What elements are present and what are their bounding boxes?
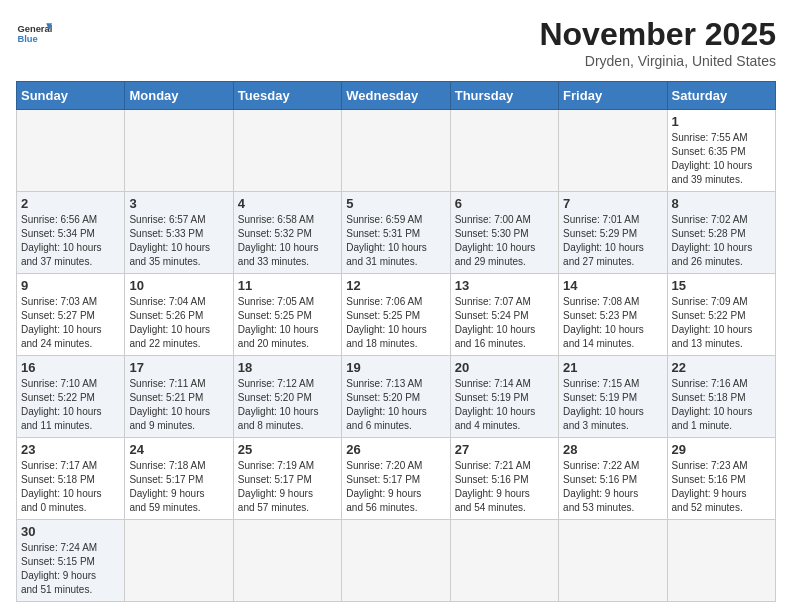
day-of-week-header: Friday (559, 82, 667, 110)
location: Dryden, Virginia, United States (539, 53, 776, 69)
day-number: 19 (346, 360, 445, 375)
calendar-cell (342, 110, 450, 192)
calendar-cell (450, 110, 558, 192)
calendar-cell: 21Sunrise: 7:15 AM Sunset: 5:19 PM Dayli… (559, 356, 667, 438)
day-number: 6 (455, 196, 554, 211)
day-number: 7 (563, 196, 662, 211)
calendar-cell: 25Sunrise: 7:19 AM Sunset: 5:17 PM Dayli… (233, 438, 341, 520)
calendar-cell: 24Sunrise: 7:18 AM Sunset: 5:17 PM Dayli… (125, 438, 233, 520)
day-info: Sunrise: 7:00 AM Sunset: 5:30 PM Dayligh… (455, 213, 554, 269)
calendar-cell: 2Sunrise: 6:56 AM Sunset: 5:34 PM Daylig… (17, 192, 125, 274)
calendar-cell: 6Sunrise: 7:00 AM Sunset: 5:30 PM Daylig… (450, 192, 558, 274)
day-number: 1 (672, 114, 771, 129)
day-number: 27 (455, 442, 554, 457)
calendar-cell: 12Sunrise: 7:06 AM Sunset: 5:25 PM Dayli… (342, 274, 450, 356)
day-info: Sunrise: 7:23 AM Sunset: 5:16 PM Dayligh… (672, 459, 771, 515)
calendar-cell: 27Sunrise: 7:21 AM Sunset: 5:16 PM Dayli… (450, 438, 558, 520)
page-header: General Blue November 2025 Dryden, Virgi… (16, 16, 776, 69)
day-info: Sunrise: 7:02 AM Sunset: 5:28 PM Dayligh… (672, 213, 771, 269)
calendar-cell: 19Sunrise: 7:13 AM Sunset: 5:20 PM Dayli… (342, 356, 450, 438)
day-info: Sunrise: 7:21 AM Sunset: 5:16 PM Dayligh… (455, 459, 554, 515)
day-number: 9 (21, 278, 120, 293)
calendar-cell: 30Sunrise: 7:24 AM Sunset: 5:15 PM Dayli… (17, 520, 125, 602)
day-number: 10 (129, 278, 228, 293)
day-info: Sunrise: 7:07 AM Sunset: 5:24 PM Dayligh… (455, 295, 554, 351)
day-number: 23 (21, 442, 120, 457)
day-info: Sunrise: 7:05 AM Sunset: 5:25 PM Dayligh… (238, 295, 337, 351)
day-info: Sunrise: 7:11 AM Sunset: 5:21 PM Dayligh… (129, 377, 228, 433)
calendar-cell: 1Sunrise: 7:55 AM Sunset: 6:35 PM Daylig… (667, 110, 775, 192)
calendar-cell (17, 110, 125, 192)
calendar-cell: 29Sunrise: 7:23 AM Sunset: 5:16 PM Dayli… (667, 438, 775, 520)
day-number: 24 (129, 442, 228, 457)
calendar-cell (125, 520, 233, 602)
day-number: 8 (672, 196, 771, 211)
day-of-week-header: Tuesday (233, 82, 341, 110)
day-of-week-header: Thursday (450, 82, 558, 110)
day-info: Sunrise: 7:13 AM Sunset: 5:20 PM Dayligh… (346, 377, 445, 433)
calendar-cell: 11Sunrise: 7:05 AM Sunset: 5:25 PM Dayli… (233, 274, 341, 356)
calendar-cell: 20Sunrise: 7:14 AM Sunset: 5:19 PM Dayli… (450, 356, 558, 438)
day-info: Sunrise: 7:09 AM Sunset: 5:22 PM Dayligh… (672, 295, 771, 351)
day-info: Sunrise: 7:55 AM Sunset: 6:35 PM Dayligh… (672, 131, 771, 187)
day-number: 3 (129, 196, 228, 211)
day-number: 16 (21, 360, 120, 375)
calendar-cell: 7Sunrise: 7:01 AM Sunset: 5:29 PM Daylig… (559, 192, 667, 274)
svg-text:Blue: Blue (17, 34, 37, 44)
calendar-cell: 5Sunrise: 6:59 AM Sunset: 5:31 PM Daylig… (342, 192, 450, 274)
calendar-cell (233, 520, 341, 602)
calendar-cell: 8Sunrise: 7:02 AM Sunset: 5:28 PM Daylig… (667, 192, 775, 274)
day-info: Sunrise: 6:58 AM Sunset: 5:32 PM Dayligh… (238, 213, 337, 269)
day-info: Sunrise: 7:17 AM Sunset: 5:18 PM Dayligh… (21, 459, 120, 515)
day-info: Sunrise: 7:08 AM Sunset: 5:23 PM Dayligh… (563, 295, 662, 351)
calendar-cell (233, 110, 341, 192)
day-number: 25 (238, 442, 337, 457)
day-number: 14 (563, 278, 662, 293)
day-number: 12 (346, 278, 445, 293)
calendar-cell (559, 520, 667, 602)
day-number: 13 (455, 278, 554, 293)
day-info: Sunrise: 6:57 AM Sunset: 5:33 PM Dayligh… (129, 213, 228, 269)
calendar-cell: 26Sunrise: 7:20 AM Sunset: 5:17 PM Dayli… (342, 438, 450, 520)
calendar-cell: 22Sunrise: 7:16 AM Sunset: 5:18 PM Dayli… (667, 356, 775, 438)
calendar-cell: 3Sunrise: 6:57 AM Sunset: 5:33 PM Daylig… (125, 192, 233, 274)
day-number: 22 (672, 360, 771, 375)
day-info: Sunrise: 7:12 AM Sunset: 5:20 PM Dayligh… (238, 377, 337, 433)
logo: General Blue (16, 16, 52, 52)
calendar-cell: 13Sunrise: 7:07 AM Sunset: 5:24 PM Dayli… (450, 274, 558, 356)
day-number: 17 (129, 360, 228, 375)
day-number: 15 (672, 278, 771, 293)
day-info: Sunrise: 7:01 AM Sunset: 5:29 PM Dayligh… (563, 213, 662, 269)
calendar-cell: 18Sunrise: 7:12 AM Sunset: 5:20 PM Dayli… (233, 356, 341, 438)
day-number: 28 (563, 442, 662, 457)
calendar-cell: 17Sunrise: 7:11 AM Sunset: 5:21 PM Dayli… (125, 356, 233, 438)
calendar-cell: 23Sunrise: 7:17 AM Sunset: 5:18 PM Dayli… (17, 438, 125, 520)
day-info: Sunrise: 7:04 AM Sunset: 5:26 PM Dayligh… (129, 295, 228, 351)
day-info: Sunrise: 7:24 AM Sunset: 5:15 PM Dayligh… (21, 541, 120, 597)
day-info: Sunrise: 7:18 AM Sunset: 5:17 PM Dayligh… (129, 459, 228, 515)
day-number: 11 (238, 278, 337, 293)
day-number: 26 (346, 442, 445, 457)
day-of-week-header: Saturday (667, 82, 775, 110)
day-info: Sunrise: 7:15 AM Sunset: 5:19 PM Dayligh… (563, 377, 662, 433)
day-number: 20 (455, 360, 554, 375)
title-area: November 2025 Dryden, Virginia, United S… (539, 16, 776, 69)
month-title: November 2025 (539, 16, 776, 53)
calendar-cell: 16Sunrise: 7:10 AM Sunset: 5:22 PM Dayli… (17, 356, 125, 438)
day-number: 30 (21, 524, 120, 539)
day-number: 2 (21, 196, 120, 211)
calendar-cell: 28Sunrise: 7:22 AM Sunset: 5:16 PM Dayli… (559, 438, 667, 520)
day-number: 18 (238, 360, 337, 375)
day-info: Sunrise: 7:10 AM Sunset: 5:22 PM Dayligh… (21, 377, 120, 433)
svg-text:General: General (17, 24, 52, 34)
calendar-table: SundayMondayTuesdayWednesdayThursdayFrid… (16, 81, 776, 602)
calendar-cell (450, 520, 558, 602)
calendar-cell: 14Sunrise: 7:08 AM Sunset: 5:23 PM Dayli… (559, 274, 667, 356)
calendar-cell: 10Sunrise: 7:04 AM Sunset: 5:26 PM Dayli… (125, 274, 233, 356)
calendar-cell: 4Sunrise: 6:58 AM Sunset: 5:32 PM Daylig… (233, 192, 341, 274)
day-info: Sunrise: 6:56 AM Sunset: 5:34 PM Dayligh… (21, 213, 120, 269)
day-info: Sunrise: 7:16 AM Sunset: 5:18 PM Dayligh… (672, 377, 771, 433)
calendar-cell: 15Sunrise: 7:09 AM Sunset: 5:22 PM Dayli… (667, 274, 775, 356)
day-info: Sunrise: 7:22 AM Sunset: 5:16 PM Dayligh… (563, 459, 662, 515)
day-of-week-header: Monday (125, 82, 233, 110)
